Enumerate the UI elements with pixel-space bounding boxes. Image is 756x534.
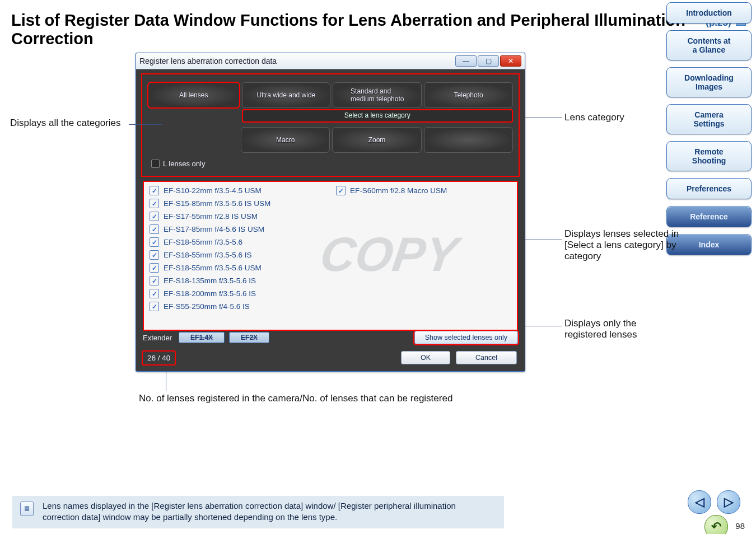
window-minimize-icon[interactable]: — bbox=[455, 55, 477, 67]
lens-row[interactable]: ✓EF-S17-85mm f/4-5.6 IS USM bbox=[144, 223, 330, 236]
category-ultra-wide[interactable]: Ultra wide and wide bbox=[242, 82, 331, 108]
next-page-button[interactable]: ▷ bbox=[717, 490, 740, 514]
extender-label: Extender bbox=[143, 334, 172, 342]
checkmark-icon: ✓ bbox=[150, 237, 159, 247]
callout-displays-selected: Displays lenses selected in [Select a le… bbox=[564, 228, 689, 262]
extender-ef14x-button[interactable]: EF1.4X bbox=[179, 332, 225, 343]
checkmark-icon: ✓ bbox=[150, 199, 159, 208]
checkmark-icon: ✓ bbox=[150, 276, 159, 285]
lens-row[interactable]: ✓EF-S17-55mm f/2.8 IS USM bbox=[144, 210, 330, 223]
nav-introduction[interactable]: Introduction bbox=[666, 2, 752, 24]
l-lenses-only-label: L lenses only bbox=[163, 160, 205, 168]
note-text: Lens names displayed in the [Register le… bbox=[43, 501, 456, 522]
category-telephoto[interactable]: Telephoto bbox=[424, 82, 513, 108]
show-selected-lenses-button[interactable]: Show selected lenses only bbox=[414, 331, 518, 344]
page-nav: ◁ ▷ bbox=[688, 490, 740, 514]
l-lenses-only-checkbox[interactable]: L lenses only bbox=[148, 157, 513, 168]
leader-line bbox=[166, 371, 166, 391]
nav-sidebar: Introduction Contents at a Glance Downlo… bbox=[666, 2, 752, 255]
callout-counter: No. of lenses registered in the camera/N… bbox=[139, 393, 452, 404]
checkbox-icon bbox=[151, 160, 160, 168]
callout-all-categories: Displays all the categories bbox=[10, 118, 120, 129]
checkmark-icon: ✓ bbox=[150, 250, 159, 260]
category-extender-thumb[interactable] bbox=[424, 127, 513, 153]
category-standard-telephoto[interactable]: Standard and medium telephoto bbox=[333, 82, 422, 108]
lens-row[interactable]: ✓EF-S10-22mm f/3.5-4.5 USM bbox=[144, 184, 330, 197]
lens-list: ✓EF-S10-22mm f/3.5-4.5 USM ✓EF-S15-85mm … bbox=[143, 181, 518, 331]
nav-preferences[interactable]: Preferences bbox=[666, 178, 752, 199]
leader-line bbox=[525, 240, 562, 240]
category-panel: All lenses Ultra wide and wide Standard … bbox=[142, 74, 519, 176]
register-dialog: Register lens aberration correction data… bbox=[136, 53, 525, 372]
nav-camera-settings[interactable]: Camera Settings bbox=[666, 104, 752, 134]
lens-row[interactable]: ✓EF-S18-55mm f/3.5-5.6 USM bbox=[144, 261, 330, 274]
page-title-bar: List of Register Data Window Functions f… bbox=[0, 0, 756, 48]
lens-row[interactable]: ✓EF-S18-135mm f/3.5-5.6 IS bbox=[144, 274, 330, 287]
leader-line bbox=[525, 326, 562, 326]
checkmark-icon: ✓ bbox=[150, 289, 159, 298]
lens-row[interactable]: ✓EF-S18-55mm f/3.5-5.6 IS bbox=[144, 249, 330, 261]
page-number: 98 bbox=[735, 521, 745, 531]
leader-line bbox=[129, 124, 162, 125]
dialog-actions: 26 / 40 OK Cancel bbox=[143, 351, 517, 364]
callout-lens-category: Lens category bbox=[564, 112, 624, 123]
category-macro[interactable]: Macro bbox=[241, 127, 330, 153]
dialog-title: Register lens aberration correction data bbox=[139, 57, 277, 65]
cancel-button[interactable]: Cancel bbox=[456, 351, 517, 364]
lens-list-col-right: ✓EF-S60mm f/2.8 Macro USM bbox=[330, 182, 517, 313]
lens-row[interactable]: ✓EF-S15-85mm f/3.5-5.6 IS USM bbox=[144, 197, 330, 210]
lens-row[interactable]: ✓EF-S55-250mm f/4-5.6 IS bbox=[144, 300, 330, 313]
nav-contents[interactable]: Contents at a Glance bbox=[666, 30, 752, 60]
checkmark-icon: ✓ bbox=[150, 186, 159, 195]
checkmark-icon: ✓ bbox=[150, 263, 159, 273]
lens-row[interactable]: ✓EF-S18-200mm f/3.5-5.6 IS bbox=[144, 287, 330, 300]
leader-line bbox=[525, 118, 562, 118]
callout-displays-only-registered: Displays only the registered lenses bbox=[564, 318, 676, 340]
category-zoom[interactable]: Zoom bbox=[332, 127, 421, 153]
ok-button[interactable]: OK bbox=[401, 351, 450, 364]
lens-counter: 26 / 40 bbox=[143, 352, 175, 364]
nav-downloading[interactable]: Downloading Images bbox=[666, 67, 752, 97]
checkmark-icon: ✓ bbox=[336, 186, 346, 195]
select-lens-category[interactable]: Select a lens category bbox=[242, 109, 514, 123]
category-all-lenses[interactable]: All lenses bbox=[148, 82, 240, 108]
window-maximize-icon[interactable]: ▢ bbox=[478, 55, 499, 67]
extender-bar: Extender EF1.4X EF2X Show selected lense… bbox=[143, 331, 518, 344]
dialog-titlebar: Register lens aberration correction data… bbox=[136, 53, 525, 69]
checkmark-icon: ✓ bbox=[150, 224, 159, 234]
lens-row[interactable]: ✓EF-S60mm f/2.8 Macro USM bbox=[330, 184, 517, 197]
checkmark-icon: ✓ bbox=[150, 212, 159, 221]
info-icon: ≣ bbox=[20, 502, 34, 516]
window-close-icon[interactable]: ✕ bbox=[500, 55, 521, 67]
return-button[interactable]: ↶ bbox=[704, 515, 728, 534]
checkmark-icon: ✓ bbox=[150, 302, 159, 311]
prev-page-button[interactable]: ◁ bbox=[688, 490, 711, 514]
lens-row[interactable]: ✓EF-S18-55mm f/3.5-5.6 bbox=[144, 236, 330, 249]
note-box: ≣ Lens names displayed in the [Register … bbox=[12, 496, 504, 529]
nav-reference[interactable]: Reference bbox=[666, 206, 752, 227]
nav-remote-shooting[interactable]: Remote Shooting bbox=[666, 141, 752, 171]
lens-list-col-left: ✓EF-S10-22mm f/3.5-4.5 USM ✓EF-S15-85mm … bbox=[144, 182, 330, 313]
page-title: List of Register Data Window Functions f… bbox=[11, 11, 701, 48]
extender-ef2x-button[interactable]: EF2X bbox=[229, 332, 269, 343]
